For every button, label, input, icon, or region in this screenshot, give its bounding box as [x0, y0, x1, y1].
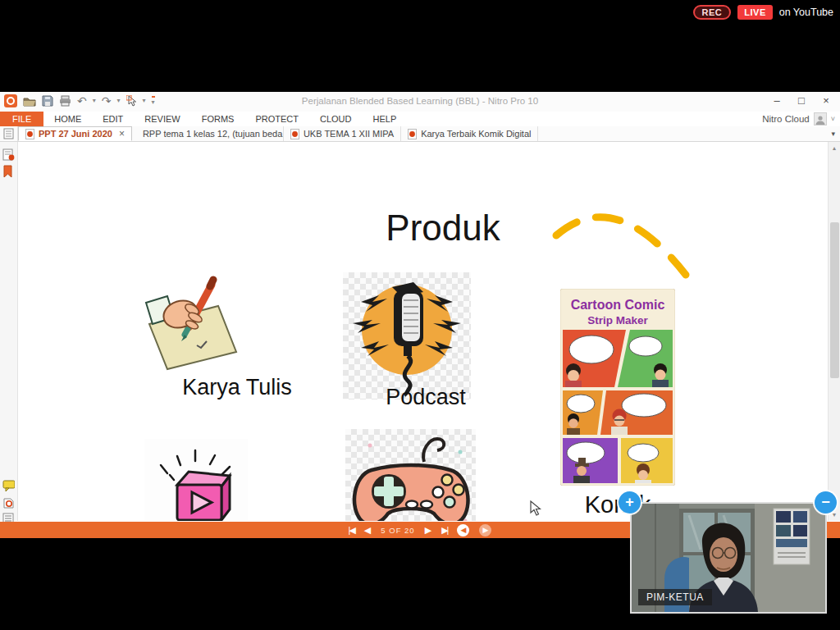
close-button[interactable]: × [814, 92, 838, 112]
tab-ppt-27-juni-2020[interactable]: PPT 27 Juni 2020 × [18, 126, 132, 141]
view-back-button[interactable]: ◀ [457, 524, 469, 536]
person-silhouette-icon [815, 115, 825, 125]
tab-ukb-tema-1[interactable]: UKB TEMA 1 XII MIPA [284, 126, 401, 141]
last-page-button[interactable]: ▶| [441, 522, 447, 538]
tab-label: RPP tema 1 kelas 12, (tujuan beda... [143, 129, 284, 139]
webcam-overlay[interactable]: PIM-KETUA [630, 502, 827, 614]
participant-name-label: PIM-KETUA [638, 589, 712, 605]
nitro-cloud-label: Nitro Cloud [762, 114, 810, 124]
left-sidebar-rail [0, 142, 18, 521]
platform-label: on YouTube [779, 7, 833, 18]
rec-badge: REC [693, 5, 732, 20]
podcast-illustration [343, 272, 471, 399]
signature-doc-icon[interactable] [2, 148, 15, 161]
nitro-doc-icon [408, 129, 417, 139]
attachment-icon[interactable] [2, 496, 15, 509]
vlog-text: VLOG [163, 518, 230, 521]
window-title: Perjalanan Blended Based Learning (BBL) … [0, 96, 840, 106]
tab-close-icon[interactable]: × [119, 128, 125, 139]
minimize-button[interactable]: – [765, 92, 789, 112]
nitro-doc-icon [290, 129, 299, 139]
menu-edit[interactable]: EDIT [92, 112, 134, 126]
overlay-plus-button[interactable]: + [619, 491, 641, 514]
comment-icon[interactable] [2, 480, 15, 492]
screen: REC LIVE on YouTube ↶ ▾ ↷ ▾ ▾ ▾ Perjalan… [0, 0, 840, 630]
tab-label: Karya Terbaik Komik Digital [421, 129, 531, 139]
vlog-art: VLOG [144, 439, 248, 521]
games-illustration [345, 429, 476, 521]
pages-icon [3, 128, 14, 139]
avatar[interactable] [814, 112, 827, 126]
menu-forms[interactable]: FORMS [191, 112, 245, 126]
next-page-button[interactable]: ▶ [425, 522, 431, 538]
maximize-button[interactable]: □ [789, 92, 814, 112]
menu-cloud[interactable]: CLOUD [309, 112, 363, 126]
komik-illustration: Cartoon Comic Strip Maker [560, 289, 675, 486]
nitro-pro-window: ↶ ▾ ↷ ▾ ▾ ▾ Perjalanan Blended Based Lea… [0, 92, 840, 538]
first-page-button[interactable]: |◀ [349, 522, 354, 538]
slide-canvas: Produk Karya Tulis [18, 142, 828, 521]
view-forward-button[interactable]: ▶ [479, 524, 491, 536]
comic-title-line2: Strip Maker [587, 314, 648, 326]
window-titlebar: ↶ ▾ ↷ ▾ ▾ ▾ Perjalanan Blended Based Lea… [0, 92, 840, 112]
bookmark-icon[interactable] [2, 165, 15, 177]
pages-pane-toggle[interactable] [0, 126, 18, 141]
window-controls: – □ × [765, 92, 838, 112]
live-badge: LIVE [737, 5, 772, 20]
menu-review[interactable]: REVIEW [134, 112, 190, 126]
ribbon-menubar: FILE HOME EDIT REVIEW FORMS PROTECT CLOU… [0, 112, 840, 126]
menu-protect[interactable]: PROTECT [244, 112, 309, 126]
tab-karya-terbaik-komik[interactable]: Karya Terbaik Komik Digital [401, 126, 538, 141]
menu-help[interactable]: HELP [363, 112, 408, 126]
stream-status-bar: REC LIVE on YouTube [693, 5, 833, 20]
vertical-scrollbar[interactable]: ▴ ▾ [828, 142, 840, 521]
yellow-dashed-arc-decoration [533, 196, 697, 286]
overlay-minus-button[interactable]: − [815, 491, 837, 514]
menu-file[interactable]: FILE [0, 112, 43, 126]
account-caret-icon[interactable]: ˅ [831, 115, 835, 123]
nitro-doc-icon [25, 129, 34, 139]
tab-rpp-tema-1[interactable]: RPP tema 1 kelas 12, (tujuan beda... [132, 126, 284, 141]
tab-overflow-icon[interactable]: ▾ [831, 130, 835, 138]
vlog-illustration: VLOG [144, 439, 248, 521]
slide-title: Produk [328, 208, 558, 249]
tab-label: UKB TEMA 1 XII MIPA [304, 129, 394, 139]
gamepad-art [345, 429, 476, 521]
mouse-cursor [530, 500, 541, 517]
karya-tulis-illustration [139, 273, 250, 376]
page-status: 5 OF 20 [381, 526, 414, 535]
podcast-mic-art [343, 272, 471, 399]
menu-home[interactable]: HOME [43, 112, 92, 126]
document-tabbar: PPT 27 Juni 2020 × RPP tema 1 kelas 12, … [0, 126, 840, 142]
karya-tulis-label: Karya Tulis [155, 375, 319, 400]
tab-label: PPT 27 Juni 2020 [39, 129, 112, 139]
previous-page-button[interactable]: ◀ [364, 522, 371, 538]
podcast-label: Podcast [344, 385, 508, 410]
scroll-up-icon[interactable]: ▴ [829, 144, 840, 152]
scroll-thumb[interactable] [830, 222, 839, 378]
nitro-cloud-account[interactable]: Nitro Cloud ˅ [762, 112, 835, 126]
comic-title-line1: Cartoon Comic [571, 298, 665, 312]
